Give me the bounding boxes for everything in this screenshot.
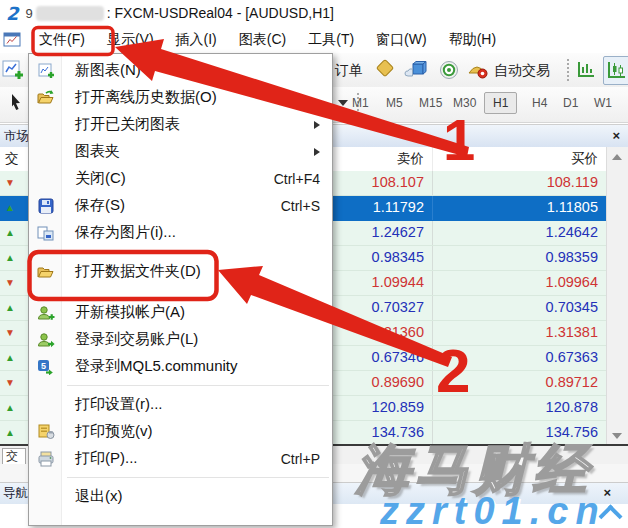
buy-price: 108.119 bbox=[433, 171, 606, 195]
menu-bar-item-0[interactable]: 文件(F) bbox=[28, 27, 96, 53]
menu-bar-item-6[interactable]: 帮助(H) bbox=[438, 27, 507, 53]
window-title: : FXCM-USDReal04 - [AUDUSD,H1] bbox=[107, 5, 334, 21]
menu-item-label: 新图表(N) bbox=[75, 61, 141, 80]
menu-item-label: 打印(P)... bbox=[75, 449, 138, 468]
buy-price: 1.31381 bbox=[433, 321, 606, 345]
timeframe-d1[interactable]: D1 bbox=[563, 96, 578, 110]
print-preview-icon bbox=[35, 423, 57, 441]
timeframe-h4[interactable]: H4 bbox=[532, 96, 547, 110]
buy-price: 1.24642 bbox=[433, 221, 606, 245]
price-down-icon: ▼ bbox=[5, 378, 15, 388]
menu-item-label: 关闭(C) bbox=[75, 169, 126, 188]
price-up-icon: ▲ bbox=[5, 303, 15, 313]
autotrading-button[interactable]: 自动交易 bbox=[494, 62, 550, 80]
file-menu-item-12[interactable]: 打印设置(r)... bbox=[29, 391, 332, 418]
signals-icon[interactable] bbox=[438, 59, 462, 85]
menu-item-shortcut: Ctrl+F4 bbox=[274, 171, 320, 187]
file-menu: 新图表(N)打开离线历史数据(O)打开已关闭图表图表夹关闭(C)Ctrl+F4保… bbox=[28, 53, 333, 526]
menu-item-label: 登录到MQL5.community bbox=[75, 357, 238, 376]
menu-bar-item-3[interactable]: 图表(C) bbox=[228, 27, 297, 53]
watermark-url: zzrt01.cn bbox=[380, 490, 606, 528]
svg-text:5: 5 bbox=[41, 360, 46, 370]
metaeditor-icon[interactable] bbox=[372, 59, 398, 85]
timeframe-h1[interactable]: H1 bbox=[484, 92, 517, 114]
price-up-icon: ▲ bbox=[5, 353, 15, 363]
timeframe-m15[interactable]: M15 bbox=[419, 96, 442, 110]
cursor-icon[interactable] bbox=[7, 93, 25, 117]
market-icon[interactable] bbox=[404, 59, 430, 85]
menu-item-shortcut: Ctrl+P bbox=[281, 451, 320, 467]
file-menu-item-8[interactable]: 开新模拟帐户(A) bbox=[29, 299, 332, 326]
price-up-icon: ▲ bbox=[5, 203, 15, 213]
menu-item-label: 图表夹 bbox=[75, 142, 120, 161]
market-watch-scrollbar[interactable] bbox=[606, 147, 628, 446]
submenu-arrow-icon bbox=[314, 121, 320, 129]
file-menu-item-2[interactable]: 打开已关闭图表 bbox=[29, 111, 332, 138]
navigator-title: 导航 bbox=[3, 485, 28, 502]
new-chart-icon bbox=[35, 62, 57, 80]
file-menu-item-10[interactable]: 5登录到MQL5.community bbox=[29, 353, 332, 380]
account-mask-blur bbox=[36, 6, 104, 21]
buy-price: 0.70345 bbox=[433, 296, 606, 320]
buy-column-header[interactable]: 买价 bbox=[433, 147, 606, 171]
menu-bar-items: 文件(F)显示(V)插入(I)图表(C)工具(T)窗口(W)帮助(H) bbox=[28, 27, 507, 53]
price-up-icon: ▲ bbox=[5, 228, 15, 238]
new-order-button[interactable]: 订单 bbox=[335, 62, 363, 80]
file-menu-item-13[interactable]: 打印预览(v) bbox=[29, 418, 332, 445]
file-menu-item-7[interactable]: 打开数据文件夹(D) bbox=[29, 257, 332, 286]
file-menu-item-0[interactable]: 新图表(N) bbox=[29, 57, 332, 84]
file-menu-item-3[interactable]: 图表夹 bbox=[29, 138, 332, 165]
open-offline-icon bbox=[35, 89, 57, 107]
tab-symbols[interactable]: 交 bbox=[2, 448, 26, 464]
autotrading-icon[interactable] bbox=[466, 59, 490, 85]
menu-separator bbox=[67, 477, 329, 478]
timeframe-m1[interactable]: M1 bbox=[352, 96, 369, 110]
menu-separator bbox=[67, 385, 329, 386]
account-number: 9 bbox=[26, 6, 33, 21]
menu-bar-item-1[interactable]: 显示(V) bbox=[96, 27, 165, 53]
menu-item-label: 打开数据文件夹(D) bbox=[75, 262, 201, 281]
file-menu-item-6[interactable]: 保存为图片(i)... bbox=[29, 219, 332, 246]
menu-bar-item-2[interactable]: 插入(I) bbox=[165, 27, 228, 53]
bar-chart-icon[interactable] bbox=[575, 59, 599, 85]
menu-item-label: 登录到交易账户(L) bbox=[75, 330, 198, 349]
menu-bar: 文件(F)显示(V)插入(I)图表(C)工具(T)窗口(W)帮助(H) bbox=[0, 26, 628, 54]
price-up-icon: ▲ bbox=[5, 253, 15, 263]
file-menu-item-9[interactable]: 登录到交易账户(L) bbox=[29, 326, 332, 353]
chart-window-icon[interactable] bbox=[3, 32, 22, 48]
file-menu-item-14[interactable]: 打印(P)...Ctrl+P bbox=[29, 445, 332, 472]
buy-price: 1.11805 bbox=[433, 196, 606, 220]
menu-bar-item-4[interactable]: 工具(T) bbox=[297, 27, 365, 53]
buy-price: 1.09964 bbox=[433, 271, 606, 295]
buy-price: 0.89712 bbox=[433, 371, 606, 395]
print-icon bbox=[35, 450, 57, 468]
chevron-down-icon[interactable] bbox=[338, 100, 348, 106]
timeframe-w1[interactable]: W1 bbox=[594, 96, 612, 110]
open-data-folder-icon bbox=[35, 263, 57, 281]
candlestick-chart-icon[interactable] bbox=[603, 56, 628, 85]
file-menu-item-4[interactable]: 关闭(C)Ctrl+F4 bbox=[29, 165, 332, 192]
menu-item-label: 打开离线历史数据(O) bbox=[75, 88, 217, 107]
file-menu-item-16[interactable]: 退出(x) bbox=[29, 483, 332, 510]
menu-item-label: 退出(x) bbox=[75, 487, 123, 506]
file-menu-item-5[interactable]: 保存(S)Ctrl+S bbox=[29, 192, 332, 219]
submenu-arrow-icon bbox=[314, 148, 320, 156]
menu-item-label: 打印预览(v) bbox=[75, 422, 153, 441]
price-up-icon: ▲ bbox=[5, 428, 15, 438]
file-menu-item-1[interactable]: 打开离线历史数据(O) bbox=[29, 84, 332, 111]
menu-item-label: 打开已关闭图表 bbox=[75, 115, 180, 134]
timeframe-m5[interactable]: M5 bbox=[386, 96, 403, 110]
buy-price: 120.878 bbox=[433, 396, 606, 420]
close-icon[interactable]: × bbox=[612, 130, 620, 142]
market-watch-title: 市场 bbox=[4, 128, 29, 145]
buy-price: 0.98359 bbox=[433, 246, 606, 270]
scroll-up-icon[interactable] bbox=[612, 154, 622, 160]
title-bar: 2 9 : FXCM-USDReal04 - [AUDUSD,H1] bbox=[0, 0, 628, 26]
price-down-icon: ▼ bbox=[5, 178, 15, 188]
new-chart-toolbar-icon[interactable] bbox=[2, 59, 26, 85]
mql5-icon: 5 bbox=[35, 358, 57, 376]
menu-item-label: 保存为图片(i)... bbox=[75, 223, 176, 242]
menu-bar-item-5[interactable]: 窗口(W) bbox=[365, 27, 438, 53]
scroll-down-icon[interactable] bbox=[612, 433, 622, 439]
timeframe-m30[interactable]: M30 bbox=[453, 96, 476, 110]
